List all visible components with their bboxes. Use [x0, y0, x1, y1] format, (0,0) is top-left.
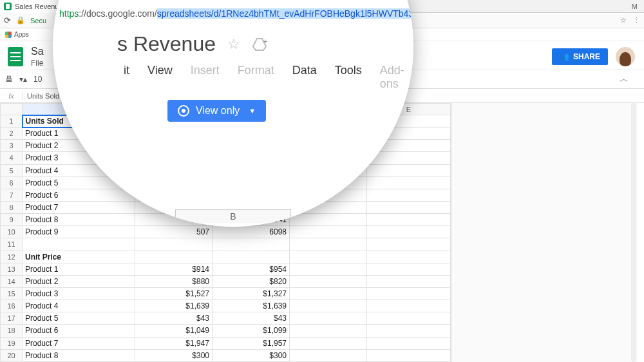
cell[interactable]	[290, 312, 367, 325]
cell[interactable]: Product 6	[23, 189, 135, 201]
table-row[interactable]: 16Product 4$1,639$1,639	[1, 300, 451, 312]
cell[interactable]	[367, 263, 451, 275]
table-row[interactable]: 19Product 7$1,947$1,957	[1, 337, 451, 349]
cell[interactable]: Product 1	[23, 263, 135, 275]
row-header[interactable]: 3	[1, 140, 23, 152]
table-row[interactable]: 17Product 5$43$43	[1, 312, 451, 325]
cell[interactable]	[290, 238, 367, 251]
cell[interactable]: $1,327	[213, 287, 290, 300]
zoom-level[interactable]: 10	[33, 75, 42, 84]
menu-format[interactable]: Format	[238, 64, 274, 91]
cell[interactable]	[290, 275, 367, 287]
row-header[interactable]: 4	[1, 152, 23, 164]
cell[interactable]	[367, 201, 451, 213]
cell[interactable]	[367, 152, 451, 164]
cell[interactable]	[367, 164, 451, 176]
cell[interactable]: $43	[213, 312, 290, 325]
sheets-logo-icon[interactable]	[5, 44, 26, 70]
cell[interactable]: $954	[213, 263, 290, 275]
cell[interactable]	[23, 238, 135, 251]
cell[interactable]: Product 4	[23, 300, 135, 312]
cell[interactable]	[367, 287, 451, 300]
cell[interactable]	[367, 300, 451, 312]
star-icon[interactable]: ☆	[227, 36, 240, 53]
cell[interactable]	[290, 349, 367, 361]
cell[interactable]	[367, 337, 451, 349]
row-header[interactable]: 19	[1, 337, 23, 349]
row-header[interactable]: 9	[1, 214, 23, 226]
cell[interactable]	[367, 226, 451, 238]
table-row[interactable]: 13Product 1$914$954	[1, 263, 451, 275]
magnified-url[interactable]: https://docs.google.com/spreadsheets/d/1…	[53, 6, 413, 21]
apps-icon[interactable]	[5, 32, 12, 38]
magnified-col-b[interactable]: B	[175, 209, 291, 223]
row-header[interactable]: 17	[1, 312, 23, 325]
menu-view[interactable]: View	[147, 64, 173, 91]
cell[interactable]: Product 5	[23, 312, 135, 325]
table-row[interactable]: 12Unit Price	[1, 251, 451, 263]
menu-addons[interactable]: Add-ons	[380, 64, 413, 91]
magnified-title[interactable]: s Revenue	[117, 32, 216, 56]
share-button[interactable]: 👥 SHARE	[552, 48, 608, 65]
cell[interactable]	[135, 238, 213, 251]
cell[interactable]	[290, 251, 367, 263]
row-header[interactable]: 1	[1, 115, 23, 128]
cell[interactable]: $300	[135, 349, 213, 361]
cell[interactable]: $1,049	[135, 325, 213, 337]
cell[interactable]	[367, 189, 451, 201]
cell[interactable]	[367, 238, 451, 251]
row-header[interactable]: 6	[1, 176, 23, 189]
cell[interactable]	[367, 214, 451, 226]
menu-data[interactable]: Data	[292, 64, 317, 91]
cell[interactable]	[290, 325, 367, 337]
cell[interactable]: Product 8	[23, 214, 135, 226]
cell[interactable]: Product 6	[23, 325, 135, 337]
cell[interactable]	[213, 238, 290, 251]
chevron-up-icon[interactable]: ︿	[620, 73, 629, 85]
filter-icon[interactable]: ▾▴	[19, 75, 27, 84]
table-row[interactable]: 11	[1, 238, 451, 251]
table-row[interactable]: 15Product 3$1,527$1,327	[1, 287, 451, 300]
cell[interactable]: Product 2	[23, 275, 135, 287]
cell[interactable]: Product 9	[23, 226, 135, 238]
profile-initial[interactable]: M	[632, 3, 638, 10]
cell[interactable]: $914	[135, 263, 213, 275]
menu-tools[interactable]: Tools	[335, 64, 362, 91]
row-header[interactable]: 16	[1, 300, 23, 312]
print-icon[interactable]: 🖶	[5, 75, 13, 84]
table-row[interactable]: 20Product 8$300$300	[1, 349, 451, 361]
cell[interactable]	[367, 312, 451, 325]
row-header[interactable]: 8	[1, 201, 23, 213]
row-header[interactable]: 15	[1, 287, 23, 300]
cell[interactable]: Product 7	[23, 201, 135, 213]
cell[interactable]	[290, 287, 367, 300]
row-header[interactable]: 11	[1, 238, 23, 251]
row-header[interactable]: 18	[1, 325, 23, 337]
cell[interactable]	[367, 251, 451, 263]
cell[interactable]: $300	[213, 349, 290, 361]
cell[interactable]: $1,527	[135, 287, 213, 300]
table-row[interactable]: 18Product 6$1,049$1,099	[1, 325, 451, 337]
cell[interactable]	[367, 176, 451, 189]
cell[interactable]: Unit Price	[23, 251, 135, 263]
row-header[interactable]: 5	[1, 164, 23, 176]
cell[interactable]	[290, 226, 367, 238]
avatar[interactable]	[616, 47, 635, 66]
cell[interactable]: Product 7	[23, 337, 135, 349]
cell[interactable]	[135, 251, 213, 263]
cell[interactable]	[367, 349, 451, 361]
row-header[interactable]: 13	[1, 263, 23, 275]
menu-icon[interactable]: ⋮	[633, 16, 640, 24]
star-icon[interactable]: ☆	[620, 16, 627, 24]
row-header[interactable]: 10	[1, 226, 23, 238]
cell[interactable]	[290, 337, 367, 349]
drive-add-icon[interactable]: +	[252, 37, 267, 52]
cell[interactable]: $820	[213, 275, 290, 287]
cell[interactable]: $1,099	[213, 325, 290, 337]
cell[interactable]: $1,957	[213, 337, 290, 349]
cell[interactable]: Product 3	[23, 287, 135, 300]
cell[interactable]: $880	[135, 275, 213, 287]
cell[interactable]	[290, 263, 367, 275]
cell[interactable]: $1,639	[213, 300, 290, 312]
row-header[interactable]: 2	[1, 128, 23, 140]
